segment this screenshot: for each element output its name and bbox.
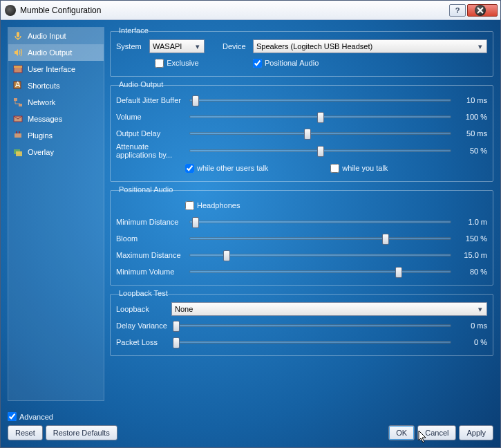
while-you-label: while you talk xyxy=(342,164,388,172)
output-delay-value: 50 ms xyxy=(455,129,487,138)
bloom-slider[interactable] xyxy=(189,232,451,245)
group-title: Interface xyxy=(116,27,151,35)
group-title: Loopback Test xyxy=(116,289,171,297)
messages-icon xyxy=(12,113,23,124)
plugin-icon xyxy=(12,130,23,141)
sidebar-item-user-interface[interactable]: User Interface xyxy=(8,61,104,77)
svg-rect-2 xyxy=(14,66,22,68)
sidebar-item-label: Network xyxy=(28,98,55,106)
group-title: Audio Output xyxy=(116,80,166,88)
sidebar-item-messages[interactable]: Messages xyxy=(8,111,104,127)
delay-variance-value: 0 ms xyxy=(455,321,487,330)
exclusive-checkbox[interactable]: Exclusive xyxy=(155,59,198,68)
app-icon xyxy=(5,5,16,16)
sidebar-item-shortcuts[interactable]: A Shortcuts xyxy=(8,77,104,94)
sidebar-item-label: User Interface xyxy=(28,65,75,73)
sidebar-item-audio-input[interactable]: Audio Input xyxy=(8,28,104,44)
headphones-box[interactable] xyxy=(185,201,194,210)
output-delay-label: Output Delay xyxy=(116,129,185,138)
apply-button[interactable]: Apply xyxy=(459,425,493,440)
sidebar-item-network[interactable]: Network xyxy=(8,94,104,111)
device-value: Speakers (Logitech USB Headset) xyxy=(256,42,372,50)
advanced-label: Advanced xyxy=(19,413,53,421)
exclusive-box[interactable] xyxy=(155,59,164,68)
packet-loss-label: Packet Loss xyxy=(116,338,171,346)
attenuate-slider[interactable] xyxy=(189,144,451,157)
config-window: Mumble Configuration ? Audio Input Audio… xyxy=(0,0,501,448)
advanced-box[interactable] xyxy=(8,412,17,421)
device-select[interactable]: Speakers (Logitech USB Headset) ▾ xyxy=(253,39,487,53)
attenuate-label: Attenuate applications by... xyxy=(116,142,185,159)
min-volume-label: Minimum Volume xyxy=(116,268,185,276)
while-other-label: while other users talk xyxy=(197,164,268,172)
positional-checkbox[interactable]: Positional Audio xyxy=(253,59,319,68)
sidebar-item-label: Shortcuts xyxy=(28,82,59,90)
bloom-label: Bloom xyxy=(116,234,185,243)
system-value: WASAPI xyxy=(153,42,182,50)
max-distance-label: Maximum Distance xyxy=(116,251,185,259)
cancel-button[interactable]: Cancel xyxy=(417,425,456,440)
while-other-checkbox[interactable]: while other users talk xyxy=(185,164,268,173)
svg-rect-5 xyxy=(14,98,17,101)
system-select[interactable]: WASAPI ▾ xyxy=(149,39,205,53)
headphones-checkbox[interactable]: Headphones xyxy=(185,201,240,210)
min-distance-slider[interactable] xyxy=(189,216,451,228)
positional-label: Positional Audio xyxy=(265,59,319,67)
jitter-value: 10 ms xyxy=(455,96,487,104)
svg-rect-0 xyxy=(17,32,19,37)
svg-rect-6 xyxy=(19,104,22,106)
delay-variance-slider[interactable] xyxy=(176,319,451,332)
while-you-checkbox[interactable]: while you talk xyxy=(330,164,388,173)
attenuate-value: 50 % xyxy=(455,147,487,155)
headphones-label: Headphones xyxy=(197,201,240,209)
packet-loss-slider[interactable] xyxy=(176,336,451,348)
jitter-slider[interactable] xyxy=(189,94,451,106)
restore-defaults-button[interactable]: Restore Defaults xyxy=(46,425,117,440)
chevron-down-icon: ▾ xyxy=(475,42,485,51)
min-distance-value: 1.0 m xyxy=(455,218,487,226)
device-label: Device xyxy=(223,42,253,50)
while-other-box[interactable] xyxy=(185,164,194,173)
chevron-down-icon: ▾ xyxy=(475,305,485,314)
sidebar-item-overlay[interactable]: Overlay xyxy=(8,144,104,160)
chevron-down-icon: ▾ xyxy=(193,42,202,51)
group-loopback: Loopback Test Loopback None ▾ Delay Vari… xyxy=(110,294,493,356)
min-volume-value: 80 % xyxy=(455,268,487,276)
positional-box[interactable] xyxy=(253,59,262,68)
keyboard-icon: A xyxy=(12,80,23,91)
packet-loss-value: 0 % xyxy=(455,338,487,346)
advanced-checkbox[interactable]: Advanced xyxy=(8,412,53,421)
min-volume-slider[interactable] xyxy=(189,265,451,278)
sidebar-item-label: Audio Output xyxy=(28,48,72,57)
volume-slider[interactable] xyxy=(189,111,451,123)
reset-button[interactable]: Reset xyxy=(8,425,43,440)
close-button[interactable] xyxy=(467,4,498,17)
sidebar-item-plugins[interactable]: Plugins xyxy=(8,127,104,144)
sidebar: Audio Input Audio Output User Interface … xyxy=(8,27,104,401)
max-distance-slider[interactable] xyxy=(189,249,451,261)
jitter-label: Default Jitter Buffer xyxy=(116,96,185,104)
network-icon xyxy=(12,97,23,108)
loopback-select[interactable]: None ▾ xyxy=(171,302,487,316)
max-distance-value: 15.0 m xyxy=(455,251,487,259)
min-distance-label: Minimum Distance xyxy=(116,218,185,226)
speaker-icon xyxy=(12,47,23,58)
footer: Advanced Reset Restore Defaults OK Cance… xyxy=(1,408,500,447)
window-title: Mumble Configuration xyxy=(20,6,448,15)
loopback-value: None xyxy=(175,305,193,313)
group-interface: Interface System WASAPI ▾ Device Speaker… xyxy=(110,31,493,77)
svg-rect-9 xyxy=(16,131,17,133)
group-title: Positional Audio xyxy=(116,185,176,194)
volume-value: 100 % xyxy=(455,113,487,121)
sidebar-item-audio-output[interactable]: Audio Output xyxy=(8,44,104,61)
client-area: Audio Input Audio Output User Interface … xyxy=(1,20,500,447)
help-button[interactable]: ? xyxy=(449,4,466,17)
while-you-box[interactable] xyxy=(330,164,339,173)
ok-button[interactable]: OK xyxy=(388,425,415,440)
group-positional: Positional Audio Headphones Minimum Dist… xyxy=(110,190,493,286)
output-delay-slider[interactable] xyxy=(189,127,451,140)
mic-icon xyxy=(12,30,23,41)
sidebar-item-label: Overlay xyxy=(28,148,54,156)
sidebar-item-label: Messages xyxy=(28,115,62,123)
window-icon xyxy=(12,64,23,75)
